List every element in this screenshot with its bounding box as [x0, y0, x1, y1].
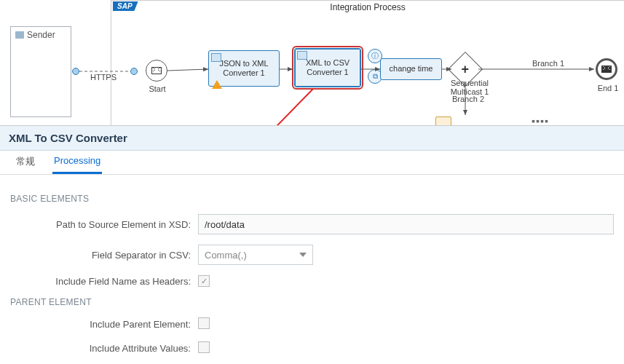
sender-icon — [15, 31, 24, 39]
chevron-down-icon — [299, 253, 307, 257]
field-separator-label: Field Separator in CSV: — [10, 250, 198, 261]
end-event[interactable] — [596, 58, 617, 80]
pool-title: Integration Process — [111, 1, 624, 14]
start-event[interactable] — [146, 60, 167, 82]
include-headers-checkbox[interactable]: ✓ — [198, 275, 210, 287]
pool-port-icon — [130, 68, 138, 75]
message-start-icon — [151, 67, 162, 74]
task-json-to-xml[interactable]: JSON to XML Converter 1 — [208, 50, 280, 87]
task-label: change time — [390, 64, 433, 74]
xsd-path-input[interactable] — [198, 214, 614, 234]
sender-port-icon — [72, 68, 79, 75]
include-attr-checkbox[interactable] — [198, 341, 210, 353]
branch2-label: Branch 2 — [446, 95, 490, 103]
check-icon: ✓ — [201, 277, 208, 286]
include-parent-label: Include Parent Element: — [10, 319, 198, 330]
tab-general[interactable]: 常规 — [15, 149, 36, 174]
gateway-sequential-multicast[interactable]: + — [453, 57, 478, 82]
tab-bar: 常规 Processing — [0, 151, 624, 175]
task-label: XML to CSV Converter 1 — [306, 58, 349, 77]
section-parent-element: PARENT ELEMENT — [10, 297, 614, 307]
gateway-label-1: Sequential — [444, 79, 495, 87]
include-attr-label: Include Attribute Values: — [10, 343, 198, 354]
message-end-icon — [601, 66, 612, 73]
section-basic-elements: BASIC ELEMENTS — [10, 194, 614, 204]
sender-label: Sender — [27, 30, 55, 40]
xsd-path-label: Path to Source Element in XSD: — [10, 219, 198, 230]
converter-icon — [297, 51, 307, 60]
plus-icon: + — [462, 61, 470, 76]
start-label: Start — [135, 84, 179, 93]
end-label: End 1 — [586, 84, 624, 92]
task-label: JSON to XML Converter 1 — [219, 59, 268, 78]
field-separator-value: Comma(,) — [205, 250, 247, 261]
connector-label: HTTPS — [85, 73, 122, 82]
include-headers-label: Include Field Name as Headers: — [10, 276, 198, 287]
branch1-label: Branch 1 — [523, 59, 574, 68]
include-parent-checkbox[interactable] — [198, 317, 210, 329]
warning-icon — [212, 80, 222, 89]
process-canvas: Sender SAP Integration Process Start JSO… — [0, 0, 624, 127]
properties-panel: XML To CSV Converter 常规 Processing BASIC… — [0, 125, 624, 364]
converter-icon — [211, 53, 221, 62]
task-change-time[interactable]: change time — [380, 58, 442, 80]
panel-title: XML To CSV Converter — [0, 126, 624, 151]
participant-sender[interactable]: Sender — [10, 26, 71, 117]
task-xml-to-csv[interactable]: XML to CSV Converter 1 — [294, 48, 361, 87]
field-separator-select[interactable]: Comma(,) — [198, 245, 313, 265]
tab-processing[interactable]: Processing — [52, 149, 102, 174]
